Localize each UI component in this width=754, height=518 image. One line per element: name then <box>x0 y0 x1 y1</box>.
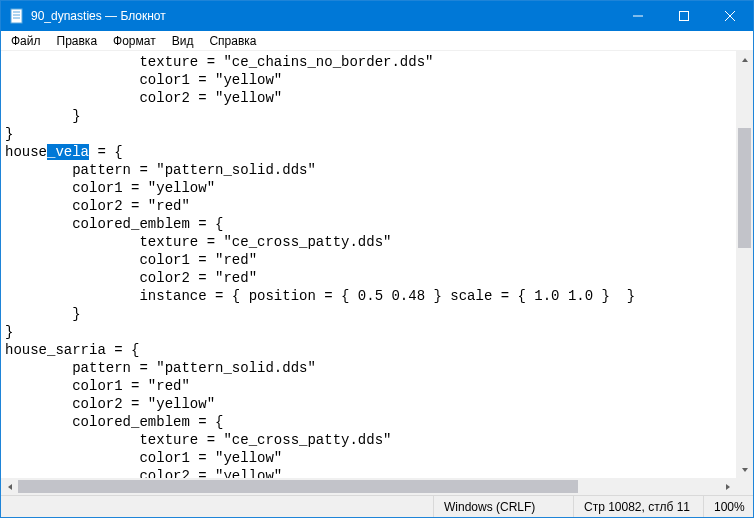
horizontal-scrollbar[interactable] <box>1 478 736 495</box>
menu-file[interactable]: Файл <box>3 32 49 50</box>
svg-marker-10 <box>8 484 12 490</box>
status-spacer <box>1 496 433 517</box>
text-editor[interactable]: texture = "ce_chains_no_border.dds" colo… <box>1 51 753 495</box>
close-button[interactable] <box>707 1 753 31</box>
status-position: Стр 10082, стлб 11 <box>573 496 703 517</box>
window-title: 90_dynasties — Блокнот <box>31 9 615 23</box>
scroll-left-button[interactable] <box>1 478 18 495</box>
statusbar: Windows (CRLF) Стр 10082, стлб 11 100% <box>1 495 753 517</box>
status-zoom: 100% <box>703 496 753 517</box>
selected-text: _vela <box>47 144 89 160</box>
menu-edit[interactable]: Правка <box>49 32 106 50</box>
menubar: Файл Правка Формат Вид Справка <box>1 31 753 51</box>
scroll-right-button[interactable] <box>719 478 736 495</box>
svg-rect-0 <box>11 9 22 23</box>
vertical-scroll-thumb[interactable] <box>738 128 751 248</box>
svg-rect-5 <box>680 12 689 21</box>
minimize-button[interactable] <box>615 1 661 31</box>
window-controls <box>615 1 753 31</box>
scroll-down-button[interactable] <box>736 461 753 478</box>
vertical-scrollbar[interactable] <box>736 51 753 478</box>
svg-marker-8 <box>742 58 748 62</box>
menu-help[interactable]: Справка <box>201 32 264 50</box>
text-after-selection: = { pattern = "pattern_solid.dds" color1… <box>5 144 635 495</box>
horizontal-scroll-thumb[interactable] <box>18 480 578 493</box>
svg-marker-11 <box>726 484 730 490</box>
menu-view[interactable]: Вид <box>164 32 202 50</box>
scrollbar-corner <box>736 478 753 495</box>
scroll-up-button[interactable] <box>736 51 753 68</box>
svg-marker-9 <box>742 468 748 472</box>
app-icon <box>9 8 25 24</box>
notepad-window: 90_dynasties — Блокнот Файл Правка Форма… <box>0 0 754 518</box>
editor-content[interactable]: texture = "ce_chains_no_border.dds" colo… <box>1 51 753 495</box>
titlebar[interactable]: 90_dynasties — Блокнот <box>1 1 753 31</box>
menu-format[interactable]: Формат <box>105 32 164 50</box>
status-encoding: Windows (CRLF) <box>433 496 573 517</box>
vertical-scroll-track[interactable] <box>736 68 753 461</box>
maximize-button[interactable] <box>661 1 707 31</box>
horizontal-scroll-track[interactable] <box>18 478 719 495</box>
